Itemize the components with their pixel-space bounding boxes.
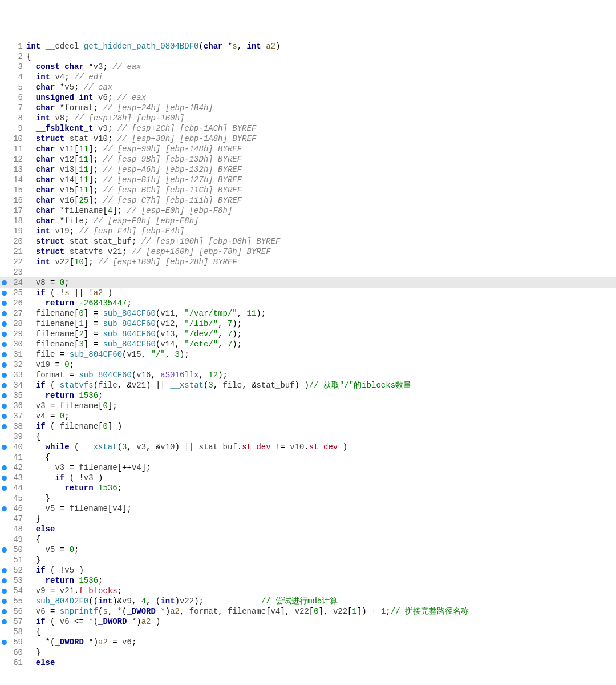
breakpoint-icon[interactable]: [2, 311, 7, 316]
breakpoint-gutter[interactable]: [0, 332, 8, 337]
code-text[interactable]: filename[0] = sub_804CF60(v11, "/var/tmp…: [25, 308, 616, 319]
code-line[interactable]: 32 v19 = 0;: [0, 360, 616, 370]
breakpoint-icon[interactable]: [2, 424, 7, 429]
breakpoint-gutter[interactable]: [0, 599, 8, 604]
breakpoint-gutter[interactable]: [0, 424, 8, 429]
code-text[interactable]: if ( !v3 ): [25, 473, 616, 483]
code-text[interactable]: v6 = snprintf(s, *(_DWORD *)a2, format, …: [25, 606, 616, 616]
breakpoint-gutter[interactable]: [0, 362, 8, 368]
code-line[interactable]: 12 char v12[11]; // [esp+9Bh] [ebp-13Dh]…: [0, 154, 616, 164]
code-line[interactable]: 10 struct stat v10; // [esp+30h] [ebp-1A…: [0, 134, 616, 144]
code-line[interactable]: 24 v8 = 0;: [0, 277, 616, 288]
breakpoint-gutter[interactable]: [0, 547, 8, 553]
code-line[interactable]: 38 if ( filename[0] ): [0, 421, 616, 432]
code-line[interactable]: 45 }: [0, 493, 616, 503]
code-text[interactable]: }: [25, 555, 616, 565]
code-line[interactable]: 23: [0, 267, 616, 277]
code-text[interactable]: struct stat v10; // [esp+30h] [ebp-1A8h]…: [25, 134, 616, 144]
code-text[interactable]: if ( filename[0] ): [25, 421, 616, 432]
breakpoint-gutter[interactable]: [0, 568, 8, 573]
code-text[interactable]: filename[3] = sub_804CF60(v14, "/etc/", …: [25, 339, 616, 349]
breakpoint-gutter[interactable]: [0, 486, 8, 491]
code-text[interactable]: if ( statvfs(file, &v21) || __xstat(3, f…: [25, 380, 616, 390]
breakpoint-gutter[interactable]: [0, 578, 8, 583]
code-text[interactable]: if ( !s || !a2 ): [25, 288, 616, 298]
breakpoint-icon[interactable]: [2, 506, 7, 511]
code-text[interactable]: file = sub_804CF60(v15, "/", 3);: [25, 349, 616, 360]
code-line[interactable]: 25 if ( !s || !a2 ): [0, 288, 616, 298]
code-line[interactable]: 26 return -268435447;: [0, 298, 616, 308]
code-line[interactable]: 7 char *format; // [esp+24h] [ebp-1B4h]: [0, 103, 616, 113]
code-text[interactable]: char *format; // [esp+24h] [ebp-1B4h]: [25, 103, 616, 113]
breakpoint-icon[interactable]: [2, 280, 7, 285]
code-text[interactable]: int __cdecl get_hidden_path_0804BDF0(cha…: [25, 41, 616, 51]
code-line[interactable]: 42 v3 = filename[++v4];: [0, 462, 616, 473]
breakpoint-gutter[interactable]: [0, 321, 8, 327]
code-line[interactable]: 9 __fsblkcnt_t v9; // [esp+2Ch] [ebp-1AC…: [0, 123, 616, 134]
code-line[interactable]: 47 }: [0, 514, 616, 524]
code-text[interactable]: struct statvfs v21; // [esp+160h] [ebp-7…: [25, 247, 616, 257]
breakpoint-icon[interactable]: [2, 373, 7, 378]
breakpoint-gutter[interactable]: [0, 640, 8, 645]
code-line[interactable]: 28 filename[1] = sub_804CF60(v12, "/lib/…: [0, 319, 616, 329]
code-line[interactable]: 52 if ( !v5 ): [0, 565, 616, 575]
breakpoint-icon[interactable]: [2, 332, 7, 337]
code-text[interactable]: {: [25, 432, 616, 442]
breakpoint-icon[interactable]: [2, 404, 7, 409]
breakpoint-gutter[interactable]: [0, 609, 8, 614]
code-line[interactable]: 54 v9 = v21.f_blocks;: [0, 586, 616, 596]
code-text[interactable]: char *v5; // eax: [25, 82, 616, 92]
code-text[interactable]: return -268435447;: [25, 298, 616, 308]
breakpoint-gutter[interactable]: [0, 311, 8, 316]
breakpoint-icon[interactable]: [2, 589, 7, 594]
breakpoint-icon[interactable]: [2, 321, 7, 327]
code-line[interactable]: 48 else: [0, 524, 616, 534]
breakpoint-gutter[interactable]: [0, 476, 8, 481]
breakpoint-icon[interactable]: [2, 486, 7, 491]
code-line[interactable]: 33 format = sub_804CF60(v16, aS016llx, 1…: [0, 370, 616, 380]
breakpoint-gutter[interactable]: [0, 291, 8, 296]
code-text[interactable]: v3 = filename[0];: [25, 401, 616, 411]
code-line[interactable]: 17 char *filename[4]; // [esp+E0h] [ebp-…: [0, 206, 616, 216]
code-text[interactable]: v3 = filename[++v4];: [25, 462, 616, 473]
code-text[interactable]: v5 = 0;: [25, 545, 616, 555]
code-line[interactable]: 55 sub_804D2F0((int)&v9, 4, (int)v22); /…: [0, 596, 616, 606]
code-text[interactable]: int v4; // edi: [25, 72, 616, 82]
breakpoint-gutter[interactable]: [0, 465, 8, 470]
code-text[interactable]: char v11[11]; // [esp+90h] [ebp-148h] BY…: [25, 144, 616, 154]
code-text[interactable]: return 1536;: [25, 575, 616, 586]
code-text[interactable]: char *file; // [esp+F0h] [ebp-E8h]: [25, 216, 616, 226]
code-line[interactable]: 41 {: [0, 452, 616, 462]
code-line[interactable]: 16 char v16[25]; // [esp+C7h] [ebp-111h]…: [0, 195, 616, 206]
breakpoint-icon[interactable]: [2, 640, 7, 645]
code-text[interactable]: const char *v3; // eax: [25, 62, 616, 72]
code-line[interactable]: 35 return 1536;: [0, 390, 616, 401]
code-line[interactable]: 56 v6 = snprintf(s, *(_DWORD *)a2, forma…: [0, 606, 616, 616]
code-text[interactable]: {: [25, 51, 616, 62]
code-line[interactable]: 57 if ( v6 <= *(_DWORD *)a2 ): [0, 616, 616, 627]
code-line[interactable]: 15 char v15[11]; // [esp+BCh] [ebp-11Ch]…: [0, 185, 616, 195]
code-text[interactable]: }: [25, 647, 616, 658]
code-text[interactable]: else: [25, 524, 616, 534]
code-text[interactable]: unsigned int v6; // eax: [25, 92, 616, 103]
code-line[interactable]: 50 v5 = 0;: [0, 545, 616, 555]
code-text[interactable]: filename[1] = sub_804CF60(v12, "/lib/", …: [25, 319, 616, 329]
breakpoint-icon[interactable]: [2, 445, 7, 450]
breakpoint-icon[interactable]: [2, 465, 7, 470]
breakpoint-icon[interactable]: [2, 291, 7, 296]
breakpoint-gutter[interactable]: [0, 506, 8, 511]
code-line[interactable]: 13 char v13[11]; // [esp+A6h] [ebp-132h]…: [0, 164, 616, 175]
code-line[interactable]: 49 {: [0, 534, 616, 545]
breakpoint-gutter[interactable]: [0, 393, 8, 398]
code-line[interactable]: 36 v3 = filename[0];: [0, 401, 616, 411]
code-text[interactable]: }: [25, 493, 616, 503]
code-line[interactable]: 51 }: [0, 555, 616, 565]
breakpoint-icon[interactable]: [2, 414, 7, 419]
breakpoint-icon[interactable]: [2, 301, 7, 306]
code-text[interactable]: char v15[11]; // [esp+BCh] [ebp-11Ch] BY…: [25, 185, 616, 195]
code-text[interactable]: {: [25, 627, 616, 637]
code-text[interactable]: v19 = 0;: [25, 360, 616, 370]
code-text[interactable]: int v22[10]; // [esp+1B0h] [ebp-28h] BYR…: [25, 257, 616, 267]
breakpoint-icon[interactable]: [2, 609, 7, 614]
code-text[interactable]: __fsblkcnt_t v9; // [esp+2Ch] [ebp-1ACh]…: [25, 123, 616, 134]
